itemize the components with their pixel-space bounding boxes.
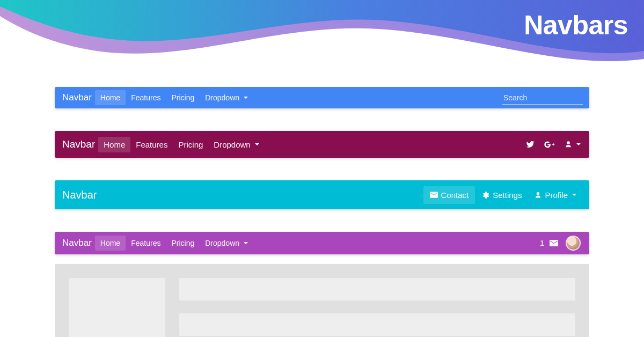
brand[interactable]: Navbar [61, 92, 95, 103]
navbar-cyan: Navbar Contact Settings Profile [55, 180, 589, 209]
placeholder-row [179, 278, 575, 301]
nav-item-contact[interactable]: Contact [423, 186, 475, 204]
nav-items: Home Features Pricing Dropdown [95, 90, 253, 105]
nav-item-features[interactable]: Features [126, 90, 166, 105]
chevron-down-icon [244, 242, 248, 244]
user-icon [535, 191, 541, 199]
placeholder-row [179, 313, 575, 336]
navbar-purple: Navbar Home Features Pricing Dropdown 1 [55, 232, 589, 254]
nav-item-home[interactable]: Home [95, 236, 126, 251]
avatar[interactable] [566, 236, 581, 251]
chevron-down-icon [572, 194, 576, 196]
nav-item-home[interactable]: Home [95, 90, 126, 105]
navbar-blue: Navbar Home Features Pricing Dropdown [55, 87, 589, 108]
notification-count: 1 [540, 239, 544, 247]
hero-banner: Navbars [0, 0, 644, 70]
placeholder-main [179, 278, 575, 337]
brand[interactable]: Navbar [61, 138, 98, 150]
nav-item-settings[interactable]: Settings [475, 186, 528, 204]
twitter-icon[interactable] [526, 140, 535, 149]
brand[interactable]: Navbar [61, 189, 100, 201]
nav-item-home[interactable]: Home [98, 137, 130, 152]
nav-item-features[interactable]: Features [126, 236, 166, 251]
brand[interactable]: Navbar [61, 238, 95, 248]
nav-item-pricing[interactable]: Pricing [173, 137, 208, 152]
placeholder-sidebar [69, 278, 165, 337]
nav-item-profile[interactable]: Profile [528, 186, 583, 204]
chevron-down-icon [244, 97, 248, 99]
envelope-icon [430, 192, 438, 198]
content-placeholder [55, 264, 589, 337]
user-icon[interactable] [565, 140, 581, 149]
right-icons [526, 140, 583, 149]
search-input[interactable] [502, 91, 583, 105]
nav-item-dropdown[interactable]: Dropdown [200, 236, 253, 251]
gear-icon [481, 191, 489, 199]
nav-item-pricing[interactable]: Pricing [166, 236, 200, 251]
nav-items: Home Features Pricing Dropdown [98, 137, 264, 152]
chevron-down-icon [576, 143, 581, 145]
envelope-icon[interactable] [550, 240, 558, 246]
wave-graphic [0, 0, 644, 75]
navbar-wine: Navbar Home Features Pricing Dropdown [55, 131, 589, 158]
nav-item-dropdown[interactable]: Dropdown [200, 90, 253, 105]
right-area: 1 [540, 236, 583, 251]
right-nav-items: Contact Settings Profile [423, 186, 583, 204]
hero-title: Navbars [524, 10, 628, 41]
nav-item-dropdown[interactable]: Dropdown [208, 137, 264, 152]
chevron-down-icon [255, 143, 259, 145]
nav-item-features[interactable]: Features [130, 137, 173, 152]
search-wrap [502, 91, 583, 105]
google-plus-icon[interactable] [544, 140, 555, 149]
nav-item-pricing[interactable]: Pricing [166, 90, 200, 105]
nav-items: Home Features Pricing Dropdown [95, 236, 253, 251]
